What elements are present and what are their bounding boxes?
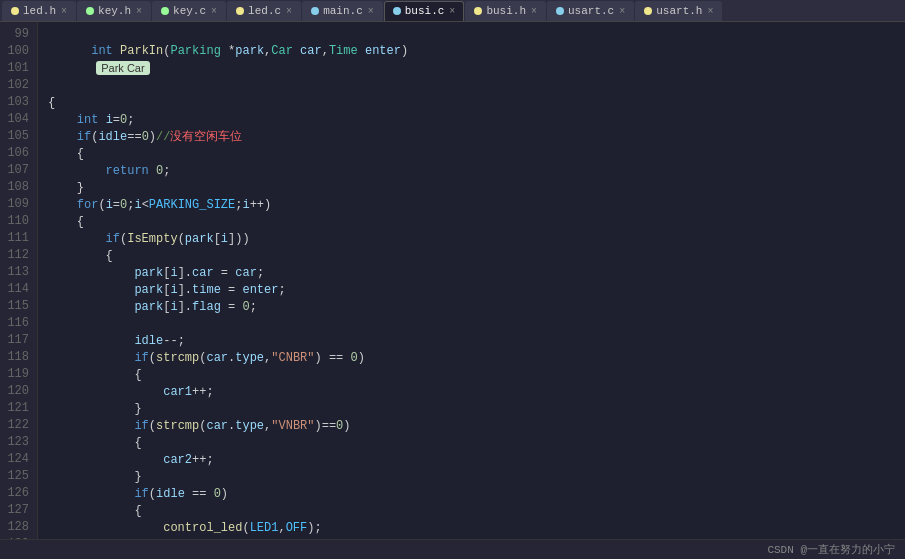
code-line-119: if(strcmp(car.type,"VNBR")==0) bbox=[48, 418, 905, 435]
tab-close-key-c[interactable]: × bbox=[211, 6, 217, 17]
tab-usart-c[interactable]: usart.c × bbox=[547, 1, 634, 21]
line-num: 112 bbox=[4, 247, 29, 264]
tab-close-main-c[interactable]: × bbox=[368, 6, 374, 17]
line-num: 108 bbox=[4, 179, 29, 196]
code-line-99: int ParkIn(Parking *park,Car car,Time en… bbox=[48, 26, 905, 95]
line-numbers: 99 100 101 102 103 104 105 106 107 108 1… bbox=[0, 22, 38, 539]
line-num: 113 bbox=[4, 264, 29, 281]
code-line-121: car2++; bbox=[48, 452, 905, 469]
line-num: 118 bbox=[4, 349, 29, 366]
tab-label-key-h: key.h bbox=[98, 5, 131, 17]
line-num: 106 bbox=[4, 145, 29, 162]
code-line-126: } bbox=[48, 537, 905, 539]
line-num: 105 bbox=[4, 128, 29, 145]
tab-usart-h[interactable]: usart.h × bbox=[635, 1, 722, 21]
tab-label-busi-h: busi.h bbox=[486, 5, 526, 17]
status-bar: CSDN @一直在努力的小宁 bbox=[0, 539, 905, 559]
line-num: 123 bbox=[4, 434, 29, 451]
line-num: 122 bbox=[4, 417, 29, 434]
code-line-125: control_led(LED1,OFF); bbox=[48, 520, 905, 537]
tab-close-busi-h[interactable]: × bbox=[531, 6, 537, 17]
code-line-110: park[i].car = car; bbox=[48, 265, 905, 282]
code-line-109: { bbox=[48, 248, 905, 265]
line-num: 127 bbox=[4, 502, 29, 519]
tab-busi-h[interactable]: busi.h × bbox=[465, 1, 546, 21]
line-num: 103 bbox=[4, 94, 29, 111]
tab-label-busi-c: busi.c bbox=[405, 5, 445, 17]
tab-label-usart-h: usart.h bbox=[656, 5, 702, 17]
line-num: 115 bbox=[4, 298, 29, 315]
line-num: 99 bbox=[4, 26, 29, 43]
tab-dot-key-c bbox=[161, 7, 169, 15]
tab-close-usart-c[interactable]: × bbox=[619, 6, 625, 17]
code-line-112: park[i].flag = 0; bbox=[48, 299, 905, 316]
tab-label-usart-c: usart.c bbox=[568, 5, 614, 17]
tab-close-led-h[interactable]: × bbox=[61, 6, 67, 17]
code-line-117: car1++; bbox=[48, 384, 905, 401]
code-line-115: if(strcmp(car.type,"CNBR") == 0) bbox=[48, 350, 905, 367]
line-num: 126 bbox=[4, 485, 29, 502]
tab-dot-led-h bbox=[11, 7, 19, 15]
tab-dot-usart-c bbox=[556, 7, 564, 15]
tab-label-led-c: led.c bbox=[248, 5, 281, 17]
code-line-124: { bbox=[48, 503, 905, 520]
line-num: 120 bbox=[4, 383, 29, 400]
line-num: 124 bbox=[4, 451, 29, 468]
code-line-118: } bbox=[48, 401, 905, 418]
line-num: 121 bbox=[4, 400, 29, 417]
line-num: 128 bbox=[4, 519, 29, 536]
code-line-114: idle--; bbox=[48, 333, 905, 350]
code-line-104: return 0; bbox=[48, 163, 905, 180]
code-line-108: if(IsEmpty(park[i])) bbox=[48, 231, 905, 248]
editor: 99 100 101 102 103 104 105 106 107 108 1… bbox=[0, 22, 905, 539]
brand-label: CSDN @一直在努力的小宁 bbox=[767, 542, 895, 557]
code-line-111: park[i].time = enter; bbox=[48, 282, 905, 299]
tab-close-led-c[interactable]: × bbox=[286, 6, 292, 17]
line-num: 110 bbox=[4, 213, 29, 230]
line-num: 116 bbox=[4, 315, 29, 332]
line-num: 119 bbox=[4, 366, 29, 383]
code-line-101: int i=0; bbox=[48, 112, 905, 129]
line-num: 100 bbox=[4, 43, 29, 60]
line-num: 102 bbox=[4, 77, 29, 94]
tab-close-busi-c[interactable]: × bbox=[449, 6, 455, 17]
tab-label-main-c: main.c bbox=[323, 5, 363, 17]
tab-close-key-h[interactable]: × bbox=[136, 6, 142, 17]
code-line-106: for(i=0;i<PARKING_SIZE;i++) bbox=[48, 197, 905, 214]
code-line-100: { bbox=[48, 95, 905, 112]
tab-dot-key-h bbox=[86, 7, 94, 15]
code-line-103: { bbox=[48, 146, 905, 163]
line-num: 107 bbox=[4, 162, 29, 179]
tab-main-c[interactable]: main.c × bbox=[302, 1, 383, 21]
line-num: 104 bbox=[4, 111, 29, 128]
code-line-107: { bbox=[48, 214, 905, 231]
tab-bar: led.h × key.h × key.c × led.c × main.c ×… bbox=[0, 0, 905, 22]
code-area[interactable]: int ParkIn(Parking *park,Car car,Time en… bbox=[38, 22, 905, 539]
code-line-122: } bbox=[48, 469, 905, 486]
code-line-102: if(idle==0)//没有空闲车位 bbox=[48, 129, 905, 146]
code-line-105: } bbox=[48, 180, 905, 197]
line-num: 109 bbox=[4, 196, 29, 213]
tab-dot-led-c bbox=[236, 7, 244, 15]
tab-close-usart-h[interactable]: × bbox=[707, 6, 713, 17]
tab-label-led-h: led.h bbox=[23, 5, 56, 17]
tab-dot-busi-h bbox=[474, 7, 482, 15]
line-num: 114 bbox=[4, 281, 29, 298]
tab-led-c[interactable]: led.c × bbox=[227, 1, 301, 21]
tab-led-h[interactable]: led.h × bbox=[2, 1, 76, 21]
code-line-113 bbox=[48, 316, 905, 333]
code-line-120: { bbox=[48, 435, 905, 452]
line-num: 117 bbox=[4, 332, 29, 349]
tab-key-h[interactable]: key.h × bbox=[77, 1, 151, 21]
tab-key-c[interactable]: key.c × bbox=[152, 1, 226, 21]
tab-dot-main-c bbox=[311, 7, 319, 15]
line-num: 129 bbox=[4, 536, 29, 539]
line-num: 125 bbox=[4, 468, 29, 485]
code-line-116: { bbox=[48, 367, 905, 384]
line-num: 111 bbox=[4, 230, 29, 247]
tab-label-key-c: key.c bbox=[173, 5, 206, 17]
tab-dot-busi-c bbox=[393, 7, 401, 15]
line-num: 101 bbox=[4, 60, 29, 77]
tab-busi-c[interactable]: busi.c × bbox=[384, 1, 465, 21]
tab-dot-usart-h bbox=[644, 7, 652, 15]
